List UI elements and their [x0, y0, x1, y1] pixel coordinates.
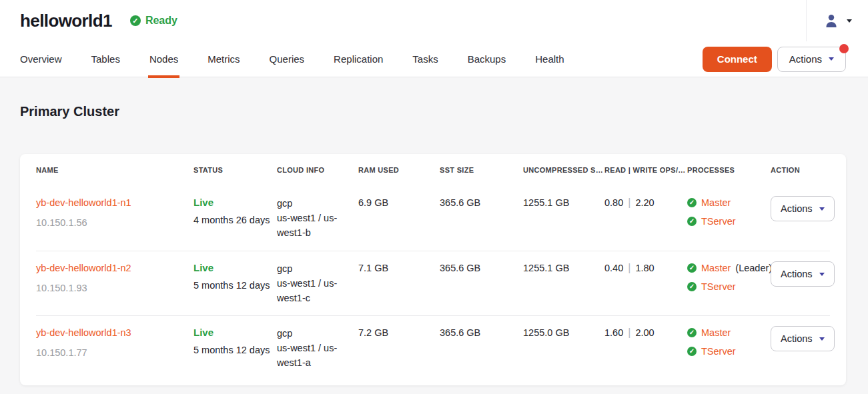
process-tserver: ✓ TServer — [687, 215, 771, 228]
node-actions-label: Actions — [781, 333, 813, 344]
column-header-action[interactable]: ACTION — [771, 166, 830, 174]
chevron-down-icon — [819, 273, 825, 276]
column-header-sst-size[interactable]: SST SIZE — [440, 166, 523, 174]
universe-actions-label: Actions — [789, 53, 822, 65]
section-title: Primary Cluster — [20, 77, 846, 119]
node-ip: 10.150.1.56 — [36, 216, 193, 229]
tab-nodes[interactable]: Nodes — [149, 41, 178, 77]
column-header-name[interactable]: NAME — [36, 166, 193, 174]
process-label: Master — [701, 261, 731, 275]
cell-sst-size: 365.6 GB — [440, 326, 523, 339]
cell-ram-used: 6.9 GB — [358, 196, 440, 209]
cell-processes: ✓ Master ✓ TServer — [687, 326, 771, 363]
notification-dot — [839, 44, 849, 53]
node-actions-button[interactable]: Actions — [771, 261, 835, 287]
cell-sst-size: 365.6 GB — [440, 196, 523, 209]
cell-read-write-ops: 0.40|1.80 — [604, 261, 687, 275]
node-actions-label: Actions — [781, 269, 813, 279]
tab-queries[interactable]: Queries — [270, 41, 305, 77]
process-label: Master — [701, 196, 731, 209]
universe-actions-button[interactable]: Actions — [777, 47, 846, 72]
cell-sst-size: 365.6 GB — [440, 261, 523, 275]
cell-name: yb-dev-helloworld1-n3 10.150.1.77 — [36, 326, 193, 359]
chevron-down-icon — [819, 337, 825, 341]
process-master: ✓ Master (Leader) — [687, 261, 771, 275]
cell-uncompressed-sst: 1255.1 GB — [523, 261, 604, 275]
node-zone: us-west1 / us-west1-b — [277, 211, 352, 240]
universe-status-badge: ✓ Ready — [130, 15, 177, 27]
cell-status: Live 4 months 26 days — [193, 196, 277, 227]
ops-separator: | — [628, 262, 630, 273]
universe-title: helloworld1 — [20, 11, 112, 31]
tab-tables[interactable]: Tables — [91, 41, 120, 77]
process-label: Master — [701, 326, 731, 339]
ops-separator: | — [628, 327, 630, 338]
tab-health[interactable]: Health — [535, 41, 564, 77]
node-status: Live — [193, 196, 277, 209]
tab-tasks[interactable]: Tasks — [412, 41, 438, 77]
tab-metrics[interactable]: Metrics — [207, 41, 240, 77]
cell-action: Actions — [771, 196, 835, 221]
read-ops: 0.40 — [604, 263, 623, 273]
write-ops: 1.80 — [635, 263, 654, 273]
table-row: yb-dev-helloworld1-n3 10.150.1.77 Live 5… — [36, 315, 830, 380]
universe-status-label: Ready — [145, 15, 177, 27]
chevron-down-icon — [829, 57, 834, 61]
read-ops: 0.80 — [604, 197, 623, 208]
universe-header: helloworld1 ✓ Ready — [0, 0, 868, 41]
node-name-link[interactable]: yb-dev-helloworld1-n1 — [36, 196, 131, 209]
check-circle-icon: ✓ — [687, 263, 697, 273]
column-header-read-write-ops[interactable]: READ | WRITE OPS/… — [604, 166, 687, 174]
node-uptime: 4 months 26 days — [193, 213, 277, 227]
check-circle-icon: ✓ — [130, 15, 141, 26]
node-status: Live — [193, 326, 277, 339]
tab-replication[interactable]: Replication — [334, 41, 383, 77]
check-circle-icon: ✓ — [687, 198, 697, 207]
write-ops: 2.20 — [635, 197, 654, 208]
node-provider: gcp — [277, 261, 358, 276]
cell-name: yb-dev-helloworld1-n1 10.150.1.56 — [36, 196, 193, 229]
write-ops: 2.00 — [635, 327, 654, 338]
process-note: (Leader) — [735, 261, 772, 275]
node-name-link[interactable]: yb-dev-helloworld1-n3 — [36, 326, 131, 339]
node-actions-button[interactable]: Actions — [771, 326, 835, 351]
nodes-table-header: NAME STATUS CLOUD INFO RAM USED SST SIZE… — [36, 154, 830, 186]
cell-action: Actions — [771, 326, 835, 351]
node-ip: 10.150.1.77 — [36, 346, 193, 359]
chevron-down-icon — [819, 207, 825, 211]
user-menu[interactable] — [806, 0, 868, 41]
cell-ram-used: 7.2 GB — [358, 326, 440, 339]
user-icon — [823, 13, 839, 29]
cell-uncompressed-sst: 1255.0 GB — [523, 326, 604, 339]
cell-processes: ✓ Master (Leader) ✓ TServer — [687, 261, 771, 299]
column-header-cloud-info[interactable]: CLOUD INFO — [277, 166, 358, 174]
cell-status: Live 5 months 12 days — [193, 261, 277, 292]
tab-backups[interactable]: Backups — [468, 41, 506, 77]
node-provider: gcp — [277, 196, 358, 211]
node-actions-button[interactable]: Actions — [771, 196, 835, 221]
process-tserver: ✓ TServer — [687, 345, 771, 358]
cell-name: yb-dev-helloworld1-n2 10.150.1.93 — [36, 261, 193, 295]
column-header-status[interactable]: STATUS — [193, 166, 277, 174]
column-header-ram-used[interactable]: RAM USED — [358, 166, 440, 174]
cell-cloud-info: gcp us-west1 / us-west1-c — [277, 261, 358, 305]
cell-ram-used: 7.1 GB — [358, 261, 440, 275]
cell-action: Actions — [771, 261, 835, 287]
chevron-down-icon — [847, 19, 852, 23]
tab-overview[interactable]: Overview — [20, 41, 62, 77]
nav-action-buttons: Connect Actions — [703, 47, 846, 72]
cell-status: Live 5 months 12 days — [193, 326, 277, 357]
node-zone: us-west1 / us-west1-c — [277, 276, 352, 305]
column-header-uncompressed-sst[interactable]: UNCOMPRESSED S… — [523, 166, 604, 174]
cell-uncompressed-sst: 1255.1 GB — [523, 196, 604, 209]
node-actions-label: Actions — [781, 203, 813, 214]
cell-cloud-info: gcp us-west1 / us-west1-b — [277, 196, 358, 240]
node-name-link[interactable]: yb-dev-helloworld1-n2 — [36, 261, 131, 275]
node-ip: 10.150.1.93 — [36, 281, 193, 295]
connect-button[interactable]: Connect — [703, 47, 772, 72]
process-label: TServer — [701, 345, 736, 358]
column-header-processes[interactable]: PROCESSES — [687, 166, 771, 174]
table-row: yb-dev-helloworld1-n2 10.150.1.93 Live 5… — [36, 251, 830, 315]
node-uptime: 5 months 12 days — [193, 279, 277, 292]
check-circle-icon: ✓ — [687, 282, 697, 291]
